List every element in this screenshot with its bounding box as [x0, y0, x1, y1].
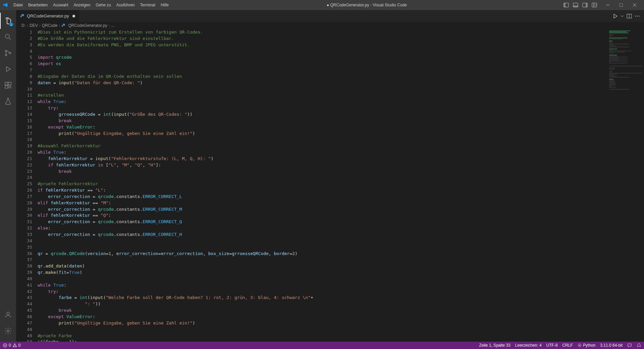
editor-area: QRCodeGenerator.py D: › DEV › QRCode › Q… — [16, 10, 644, 342]
status-indentation[interactable]: Leerzeichen: 4 — [515, 343, 542, 348]
svg-point-23 — [7, 330, 9, 332]
menu-bar: Datei Bearbeiten Auswahl Anzeigen Gehe z… — [11, 1, 171, 9]
vscode-logo-icon — [3, 2, 8, 8]
svg-point-36 — [579, 345, 580, 346]
svg-rect-1 — [564, 3, 566, 7]
status-encoding[interactable]: UTF-8 — [546, 343, 558, 348]
accounts-icon[interactable] — [0, 307, 16, 323]
menu-go[interactable]: Gehe zu — [93, 1, 113, 9]
svg-point-29 — [639, 15, 639, 16]
svg-rect-21 — [9, 86, 11, 88]
chevron-right-icon: › — [59, 23, 60, 28]
toggle-panel-right-icon[interactable] — [581, 1, 589, 9]
customize-layout-icon[interactable] — [590, 1, 598, 9]
svg-rect-5 — [586, 3, 587, 7]
code-text-area[interactable]: #Dies ist ein Pythonscript zum Erstellen… — [38, 29, 607, 342]
status-feedback-icon[interactable] — [627, 343, 632, 348]
run-file-icon[interactable] — [612, 13, 618, 19]
tabs-bar: QRCodeGenerator.py — [16, 10, 644, 22]
explorer-badge: 1 — [9, 23, 13, 26]
status-bar: 0 0 Zeile 1, Spalte 33 Leerzeichen: 4 UT… — [0, 342, 644, 349]
line-number-gutter: 1234567891011121314151617181920212223242… — [16, 29, 38, 342]
maximize-button[interactable] — [614, 0, 628, 10]
window-title: ● QRCodeGenerator.py - Visual Studio Cod… — [171, 3, 562, 7]
svg-rect-20 — [5, 86, 8, 88]
svg-line-14 — [9, 38, 11, 40]
toggle-panel-left-icon[interactable] — [562, 1, 570, 9]
svg-point-17 — [9, 52, 11, 54]
minimize-button[interactable] — [601, 0, 614, 10]
toggle-panel-bottom-icon[interactable] — [572, 1, 580, 9]
source-control-icon[interactable] — [0, 45, 16, 61]
breadcrumb-folder-dev[interactable]: DEV — [30, 23, 38, 28]
menu-help[interactable]: Hilfe — [158, 1, 171, 9]
tab-label: QRCodeGenerator.py — [27, 13, 69, 18]
python-file-icon — [20, 14, 25, 18]
run-debug-icon[interactable] — [0, 61, 16, 77]
breadcrumb-drive[interactable]: D: — [21, 23, 25, 28]
svg-point-28 — [637, 15, 638, 16]
status-cursor-position[interactable]: Zeile 1, Spalte 33 — [479, 343, 510, 348]
svg-point-16 — [5, 54, 7, 56]
code-editor[interactable]: 1234567891011121314151617181920212223242… — [16, 29, 607, 342]
svg-point-22 — [7, 312, 9, 315]
testing-icon[interactable] — [0, 93, 16, 109]
menu-run[interactable]: Ausführen — [114, 1, 138, 9]
menu-file[interactable]: Datei — [11, 1, 25, 9]
status-interpreter[interactable]: 3.11.0 64-bit — [600, 343, 623, 348]
svg-point-34 — [14, 346, 15, 347]
breadcrumb-more[interactable]: ... — [111, 23, 114, 28]
status-language[interactable]: Python — [578, 343, 595, 348]
chevron-right-icon: › — [27, 23, 28, 28]
chevron-right-icon: › — [39, 23, 41, 28]
svg-rect-18 — [5, 82, 8, 85]
menu-view[interactable]: Anzeigen — [71, 1, 93, 9]
breadcrumb-file[interactable]: QRCodeGenerator.py — [61, 23, 107, 28]
breadcrumbs[interactable]: D: › DEV › QRCode › QRCodeGenerator.py ›… — [16, 22, 644, 29]
svg-point-13 — [5, 34, 9, 38]
run-dropdown-icon[interactable] — [621, 14, 624, 18]
svg-rect-19 — [8, 82, 11, 85]
svg-rect-10 — [620, 3, 623, 7]
more-actions-icon[interactable] — [635, 13, 640, 19]
extensions-icon[interactable] — [0, 77, 16, 93]
close-button[interactable] — [628, 0, 641, 10]
menu-selection[interactable]: Auswahl — [50, 1, 71, 9]
window-controls — [601, 0, 641, 10]
breadcrumb-folder-qrcode[interactable]: QRCode — [42, 23, 58, 28]
menu-terminal[interactable]: Terminal — [138, 1, 158, 9]
status-eol[interactable]: CRLF — [562, 343, 573, 348]
svg-rect-3 — [573, 5, 578, 7]
svg-point-27 — [635, 15, 636, 16]
minimap[interactable] — [607, 29, 644, 342]
menu-edit[interactable]: Bearbeiten — [25, 1, 50, 9]
activity-bar: 1 — [0, 10, 16, 342]
titlebar: Datei Bearbeiten Auswahl Anzeigen Gehe z… — [0, 0, 644, 10]
settings-gear-icon[interactable] — [0, 323, 16, 339]
tab-qrcodegenerator[interactable]: QRCodeGenerator.py — [16, 10, 79, 22]
unsaved-indicator-icon — [72, 15, 75, 17]
status-notifications-icon[interactable] — [637, 343, 641, 348]
status-problems[interactable]: 0 0 — [3, 343, 20, 348]
chevron-right-icon: › — [108, 23, 110, 28]
explorer-icon[interactable]: 1 — [0, 13, 16, 29]
split-editor-icon[interactable] — [627, 13, 632, 19]
svg-point-24 — [22, 14, 22, 15]
svg-point-15 — [5, 50, 7, 52]
search-icon[interactable] — [0, 29, 16, 45]
layout-controls — [562, 1, 598, 9]
